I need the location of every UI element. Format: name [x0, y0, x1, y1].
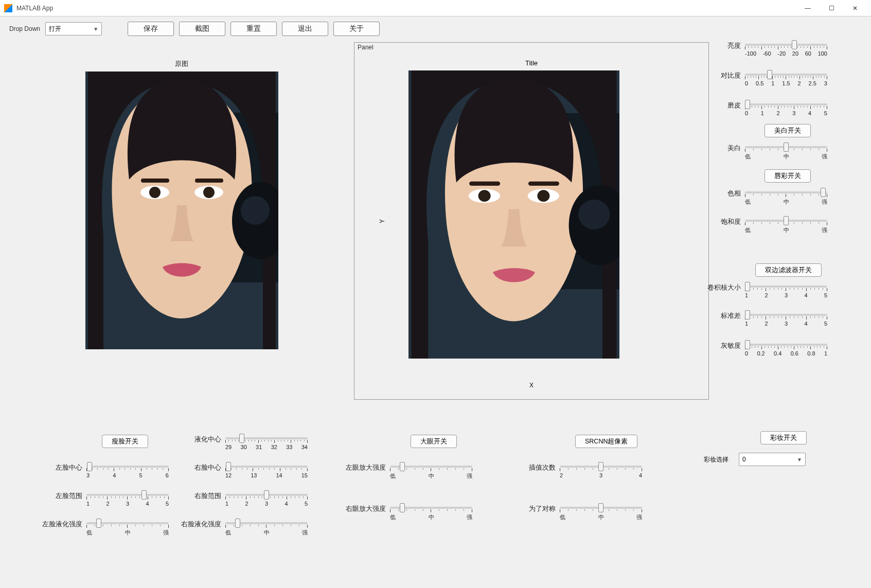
- makeup-select-value: 0: [742, 456, 746, 463]
- whiten-row: 美白低中强: [709, 144, 827, 161]
- stddev-row: 标准差12345: [709, 311, 827, 329]
- right-face-range-label: 右脸范围: [189, 491, 225, 501]
- chevron-down-icon: ▼: [797, 457, 802, 462]
- saturation-row: 饱和度低中强: [709, 217, 827, 235]
- left-face-range-slider[interactable]: 12345: [86, 491, 169, 509]
- right-face-range-slider[interactable]: 12345: [225, 491, 308, 509]
- window-title: MATLAB App: [16, 5, 53, 12]
- window-minimize-button[interactable]: —: [796, 0, 820, 16]
- contrast-row: 对比度00.511.522.53: [709, 71, 827, 88]
- titlebar: MATLAB App — ☐ ✕: [0, 0, 871, 16]
- interpolation-count-slider[interactable]: 234: [560, 463, 642, 480]
- svg-rect-16: [469, 182, 500, 186]
- screenshot-button[interactable]: 截图: [179, 22, 225, 36]
- about-button[interactable]: 关于: [333, 22, 380, 36]
- smooth-label: 磨皮: [709, 101, 745, 110]
- saturation-slider[interactable]: 低中强: [745, 217, 827, 235]
- original-image-title: 原图: [71, 59, 292, 68]
- brightness-row: 亮度-100-60-202060100: [709, 41, 827, 59]
- gray-sensitivity-row: 灰敏度00.20.40.60.81: [709, 341, 827, 359]
- kernel-row: 卷积核大小12345: [700, 283, 827, 300]
- svg-point-14: [478, 190, 491, 202]
- client-area: Drop Down 打开 ▼ 保存 截图 重置 退出 关于 原图: [0, 16, 871, 588]
- left-face-center-row: 左脸中心3456: [50, 463, 169, 480]
- gray-sensitivity-label: 灰敏度: [709, 341, 745, 350]
- exit-button[interactable]: 退出: [282, 22, 328, 36]
- makeup-select-row: 彩妆选择0▼: [704, 453, 806, 466]
- open-dropdown[interactable]: 打开 ▼: [45, 22, 102, 35]
- left-eye-strength-row: 左眼放大强度低中强: [340, 463, 472, 480]
- original-image-area: 原图: [71, 59, 292, 349]
- save-button[interactable]: 保存: [128, 22, 174, 36]
- left-face-center-label: 左脸中心: [50, 463, 86, 472]
- chevron-down-icon: ▼: [93, 26, 98, 32]
- whiten-toggle-button[interactable]: 美白开关: [765, 124, 811, 137]
- makeup-select-dropdown[interactable]: 0▼: [739, 453, 806, 466]
- bilateral-toggle-button[interactable]: 双边滤波器开关: [755, 263, 822, 277]
- right-liquify-strength-label: 右脸液化强度: [178, 520, 225, 529]
- axes-title: Title: [354, 59, 708, 67]
- axes-y-label: Y: [379, 219, 386, 223]
- contrast-slider[interactable]: 00.511.522.53: [745, 71, 827, 88]
- left-liquify-strength-label: 左脸液化强度: [39, 520, 86, 529]
- app-window: MATLAB App — ☐ ✕ Drop Down 打开 ▼ 保存 截图 重置…: [0, 0, 871, 588]
- reset-button[interactable]: 重置: [230, 22, 277, 36]
- liquify-center-row: 液化中心293031323334: [189, 435, 308, 452]
- hue-label: 色相: [709, 189, 745, 198]
- svg-point-19: [578, 200, 610, 229]
- dropdown-label: Drop Down: [9, 25, 40, 32]
- left-liquify-strength-row: 左脸液化强度低中强: [39, 520, 169, 537]
- window-close-button[interactable]: ✕: [843, 0, 867, 16]
- smooth-slider[interactable]: 012345: [745, 101, 827, 118]
- toolbar: Drop Down 打开 ▼ 保存 截图 重置 退出 关于: [9, 22, 865, 36]
- gray-sensitivity-slider[interactable]: 00.20.40.60.81: [745, 341, 827, 359]
- left-face-center-slider[interactable]: 3456: [86, 463, 169, 480]
- right-face-center-slider[interactable]: 12131415: [225, 463, 308, 480]
- big-eye-toggle-button[interactable]: 大眼开关: [411, 435, 457, 448]
- right-face-range-row: 右脸范围12345: [189, 491, 308, 509]
- window-maximize-button[interactable]: ☐: [820, 0, 843, 16]
- kernel-label: 卷积核大小: [700, 283, 745, 292]
- whiten-slider[interactable]: 低中强: [745, 144, 827, 161]
- svg-point-5: [203, 187, 215, 198]
- symmetry-slider[interactable]: 低中强: [560, 504, 642, 522]
- right-liquify-strength-slider[interactable]: 低中强: [225, 520, 308, 537]
- panel-caption: Panel: [358, 44, 374, 51]
- kernel-slider[interactable]: 12345: [745, 283, 827, 300]
- stddev-slider[interactable]: 12345: [745, 311, 827, 329]
- liquify-center-slider[interactable]: 293031323334: [225, 435, 308, 452]
- original-image: [85, 72, 278, 349]
- left-face-range-label: 左脸范围: [50, 491, 86, 501]
- srcnn-toggle-button[interactable]: SRCNN超像素: [575, 435, 637, 448]
- hue-slider[interactable]: 低中强: [745, 189, 827, 206]
- whiten-label: 美白: [709, 144, 745, 153]
- symmetry-label: 为了对称: [524, 504, 560, 513]
- right-eye-strength-label: 右眼放大强度: [340, 504, 390, 513]
- result-panel: Panel Title Y X: [354, 42, 709, 400]
- svg-rect-7: [195, 179, 223, 183]
- lip-toggle-button[interactable]: 唇彩开关: [765, 169, 811, 183]
- svg-point-4: [149, 187, 161, 198]
- right-eye-strength-slider[interactable]: 低中强: [390, 504, 472, 522]
- left-liquify-strength-slider[interactable]: 低中强: [86, 520, 169, 537]
- result-image: [408, 70, 619, 359]
- brightness-label: 亮度: [709, 41, 745, 50]
- axes-x-label: X: [354, 382, 708, 389]
- makeup-toggle-button[interactable]: 彩妆开关: [760, 431, 807, 444]
- smooth-row: 磨皮012345: [709, 101, 827, 118]
- liquify-center-label: 液化中心: [189, 435, 225, 444]
- open-dropdown-value: 打开: [49, 25, 61, 33]
- right-face-center-label: 右脸中心: [189, 463, 225, 472]
- symmetry-row: 为了对称低中强: [524, 504, 642, 522]
- brightness-slider[interactable]: -100-60-202060100: [745, 41, 827, 59]
- matlab-icon: [4, 4, 12, 12]
- left-face-range-row: 左脸范围12345: [50, 491, 169, 509]
- left-eye-strength-slider[interactable]: 低中强: [390, 463, 472, 480]
- svg-rect-6: [141, 179, 169, 183]
- contrast-label: 对比度: [709, 71, 745, 80]
- right-face-center-row: 右脸中心12131415: [189, 463, 308, 480]
- makeup-select-label: 彩妆选择: [704, 455, 728, 464]
- left-eye-strength-label: 左眼放大强度: [340, 463, 390, 472]
- face-slim-toggle-button[interactable]: 瘦脸开关: [102, 435, 148, 448]
- svg-point-15: [537, 190, 549, 202]
